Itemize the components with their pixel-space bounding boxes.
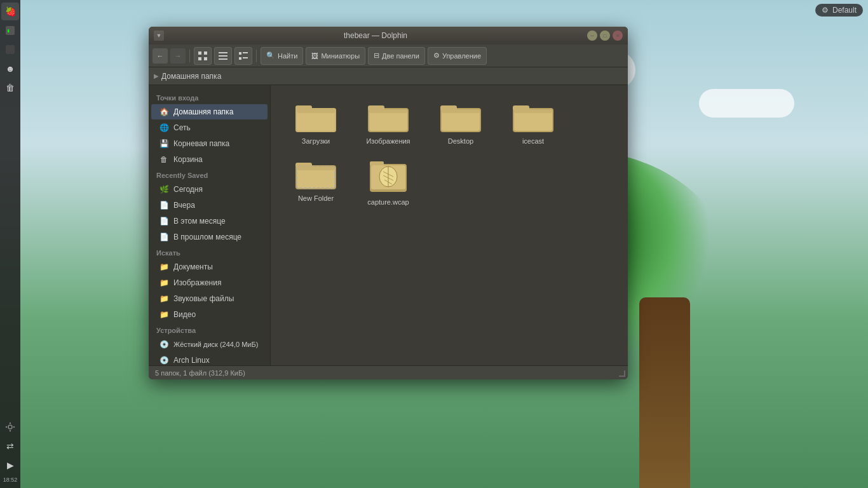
window-close-button[interactable]: ✕: [613, 30, 623, 41]
profile-icon: ⚙: [822, 6, 829, 15]
sidebar-item-hdd-label: Жёсткий диск (244,0 МиБ): [173, 341, 258, 348]
window-maximize-button[interactable]: □: [600, 30, 610, 41]
statusbar: 5 папок, 1 файл (312,9 КиБ): [149, 365, 628, 379]
back-icon: ←: [157, 52, 164, 60]
window-title: thebear — Dolphin: [164, 31, 587, 40]
thumbnails-button[interactable]: 🖼 Миниатюры: [306, 47, 365, 65]
forward-icon: →: [175, 52, 182, 60]
sidebar-item-trash[interactable]: 🗑 Корзина: [151, 152, 268, 167]
svg-rect-27: [369, 109, 407, 113]
sidebar-item-archlinux[interactable]: 💿 Arch Linux: [151, 353, 268, 365]
titlebar-arrows-group: ▼: [154, 30, 164, 41]
svg-rect-35: [514, 109, 552, 113]
view-icons-button[interactable]: [194, 47, 212, 65]
sidebar-item-network-label: Сеть: [173, 123, 191, 132]
taskbar-face[interactable]: ☻: [1, 60, 19, 78]
manage-label: Управление: [442, 52, 481, 60]
svg-rect-18: [243, 57, 248, 58]
resize-handle[interactable]: [619, 370, 625, 377]
svg-rect-13: [219, 55, 227, 57]
section-recent-title: Recently Saved: [149, 168, 270, 181]
section-places-title: Точки входа: [149, 90, 270, 104]
view-detail-button[interactable]: [234, 47, 252, 65]
file-item-newfolder[interactable]: New Folder: [281, 152, 351, 211]
view-detail-icon: [239, 51, 248, 60]
taskbar-play[interactable]: ▶: [1, 456, 19, 474]
sidebar-item-today[interactable]: 🌿 Сегодня: [151, 182, 268, 197]
svg-point-4: [10, 423, 11, 424]
svg-point-6: [6, 426, 7, 428]
svg-rect-39: [297, 166, 335, 170]
images-search-icon: 📁: [159, 278, 169, 288]
folder-icon-images: [368, 100, 409, 133]
sidebar-item-docs-label: Документы: [173, 262, 213, 271]
svg-rect-41: [370, 161, 384, 166]
manage-button[interactable]: ⚙ Управление: [428, 47, 487, 65]
sidebar-item-images-search[interactable]: 📁 Изображения: [151, 275, 268, 290]
find-button[interactable]: 🔍 Найти: [261, 47, 303, 65]
taskbar-bottom-area: ⇄ ▶ 18:52: [0, 418, 20, 488]
file-label-capture: capture.wcap: [367, 198, 409, 206]
sidebar-item-video-label: Видео: [173, 310, 196, 319]
sidebar-item-network[interactable]: 🌐 Сеть: [151, 120, 268, 135]
svg-rect-8: [198, 51, 201, 55]
clock-display: 18:52: [3, 475, 18, 485]
taskbar-settings[interactable]: [1, 418, 19, 436]
forward-button[interactable]: →: [170, 48, 186, 64]
window-minimize-button[interactable]: ─: [587, 30, 597, 41]
today-icon: 🌿: [159, 184, 169, 194]
file-label-images: Изображения: [366, 137, 410, 145]
sidebar-item-lastmonth-label: В прошлом месяце: [173, 233, 241, 241]
archlinux-icon: 💿: [159, 355, 169, 365]
manage-icon: ⚙: [433, 51, 440, 60]
view-list-button[interactable]: [214, 47, 232, 65]
sidebar-item-home[interactable]: 🏠 Домашняя папка: [151, 104, 268, 119]
title-arr-down[interactable]: ▼: [154, 30, 164, 41]
view-icons-icon: [198, 51, 207, 60]
file-label-newfolder: New Folder: [298, 194, 334, 202]
svg-text:▮: ▮: [7, 28, 10, 34]
file-item-images[interactable]: Изображения: [353, 95, 423, 150]
file-item-capture[interactable]: capture.wcap: [353, 152, 423, 211]
trash-sidebar-icon: 🗑: [159, 154, 169, 165]
svg-rect-17: [239, 57, 241, 60]
sidebar-item-today-label: Сегодня: [173, 185, 203, 194]
breadcrumb-home[interactable]: Домашняя папка: [161, 72, 221, 81]
sidebar-item-root[interactable]: 💾 Корневая папка: [151, 136, 268, 151]
file-area: Загрузки Изображения: [271, 85, 628, 365]
svg-rect-11: [204, 57, 207, 60]
file-grid: Загрузки Изображения: [276, 90, 623, 216]
file-item-icecast[interactable]: icecast: [498, 95, 568, 150]
sidebar-item-docs[interactable]: 📁 Документы: [151, 259, 268, 274]
sidebar-item-lastmonth[interactable]: 📄 В прошлом месяце: [151, 229, 268, 245]
folder-icon-icecast: [513, 100, 553, 133]
sidebar-item-audio[interactable]: 📁 Звуковые файлы: [151, 291, 268, 306]
svg-rect-23: [297, 109, 335, 113]
toolbar-separator-1: [189, 50, 190, 62]
svg-point-5: [10, 430, 11, 431]
profile-widget[interactable]: ⚙ Default: [815, 4, 863, 17]
taskbar-terminal[interactable]: ▮: [1, 22, 19, 39]
sidebar-item-thismonth[interactable]: 📄 В этом месяце: [151, 214, 268, 229]
yesterday-icon: 📄: [159, 200, 169, 210]
sidebar-item-yesterday[interactable]: 📄 Вчера: [151, 198, 268, 213]
taskbar-trash[interactable]: 🗑: [1, 79, 19, 97]
sidebar: Точки входа 🏠 Домашняя папка 🌐 Сеть 💾 Ко…: [149, 85, 271, 365]
content-area: Точки входа 🏠 Домашняя папка 🌐 Сеть 💾 Ко…: [149, 85, 628, 365]
taskbar-blank[interactable]: [1, 41, 19, 58]
file-item-downloads[interactable]: Загрузки: [281, 95, 351, 150]
sidebar-item-video[interactable]: 📁 Видео: [151, 307, 268, 322]
split-button[interactable]: ⊟ Две панели: [368, 47, 425, 65]
find-label: Найти: [278, 52, 297, 60]
file-label-icecast: icecast: [522, 137, 544, 145]
taskbar-arrows[interactable]: ⇄: [1, 437, 19, 455]
file-label-desktop: Desktop: [448, 137, 473, 145]
sidebar-item-hdd[interactable]: 💿 Жёсткий диск (244,0 МиБ): [151, 337, 268, 352]
svg-rect-10: [198, 57, 201, 60]
find-icon: 🔍: [266, 51, 275, 60]
back-button[interactable]: ←: [153, 48, 168, 64]
lastmonth-icon: 📄: [159, 232, 169, 242]
hdd-icon: 💿: [159, 339, 169, 349]
file-item-desktop[interactable]: Desktop: [426, 95, 496, 150]
taskbar-strawberry[interactable]: 🍓: [1, 3, 19, 20]
